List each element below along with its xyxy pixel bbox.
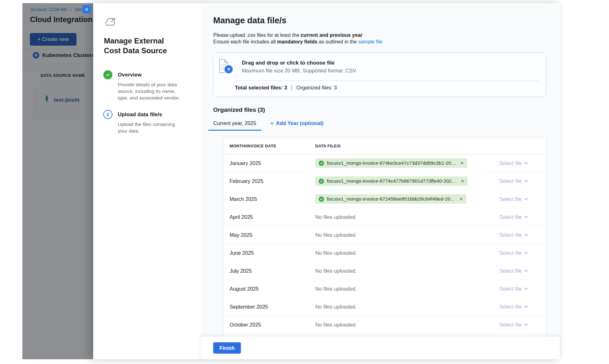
select-file-dropdown[interactable]: Select file — [499, 250, 528, 256]
select-file-label: Select file — [499, 250, 522, 256]
check-circle-icon — [319, 179, 324, 184]
divider — [292, 85, 292, 91]
month-label: August 2025 — [230, 286, 259, 292]
select-file-label: Select file — [499, 232, 522, 238]
select-file-label: Select file — [499, 196, 522, 202]
select-file-label: Select file — [499, 304, 522, 310]
select-file-dropdown[interactable]: Select file — [499, 322, 528, 328]
file-chip: focusv1_mongo-invoice-674be3ce47c73d37dd… — [315, 158, 467, 168]
chevron-down-icon — [524, 323, 528, 326]
empty-text: No files uploaded. — [315, 322, 357, 327]
step-overview-description: Provide details of your data source, inc… — [118, 81, 185, 101]
select-file-label: Select file — [499, 268, 522, 274]
table-row: September 2025 No files uploaded. Select… — [224, 298, 546, 316]
remove-file-icon[interactable]: ✕ — [459, 196, 463, 202]
upload-title: Manage data file/s — [213, 16, 546, 26]
select-file-dropdown[interactable]: Select file — [499, 286, 528, 292]
finish-button[interactable]: Finish — [213, 342, 241, 354]
step-overview-label: Overview — [118, 70, 185, 79]
data-file-column-header: DATA FILE/S — [315, 144, 473, 148]
sample-file-link[interactable]: sample file — [358, 39, 382, 44]
empty-text: No files uploaded. — [315, 232, 357, 238]
select-file-dropdown[interactable]: Select file — [499, 178, 528, 184]
tab-current-year[interactable]: Current year, 2025 — [208, 118, 261, 131]
upload-panel: Manage data file/s Please upload .csv fi… — [201, 3, 560, 359]
instruction-bold: current and previous year — [300, 32, 362, 38]
step-overview[interactable]: Overview Provide details of your data so… — [103, 70, 185, 101]
check-circle-icon — [319, 161, 324, 166]
remove-file-icon[interactable]: ✕ — [460, 161, 464, 166]
step-number-badge: 2 — [103, 110, 112, 119]
instruction-text: as outlined in the — [317, 39, 358, 44]
month-column-header: MONTH/INVOICE DATE — [224, 144, 315, 148]
chevron-down-icon — [524, 270, 528, 272]
table-header-row: MONTH/INVOICE DATE DATA FILE/S — [224, 138, 546, 154]
year-tabs: Current year, 2025 + Add Year (optional) — [208, 118, 546, 131]
table-row: October 2025 No files uploaded. Select f… — [224, 316, 546, 334]
file-chip-label: focusv1_mongo-invoice-674be3ce47c73d37dd… — [327, 160, 456, 166]
upload-arrow-icon — [224, 65, 233, 74]
divider — [235, 81, 539, 81]
add-year-button[interactable]: + Add Year (optional) — [270, 120, 324, 129]
table-row: August 2025 No files uploaded. Select fi… — [224, 280, 546, 298]
month-label: April 2025 — [230, 214, 253, 220]
step-upload-label: Upload data file/s — [118, 110, 185, 119]
app-window: Account: CCM-NG › Set Cloud Integration … — [22, 3, 560, 359]
cloud-export-icon — [105, 17, 117, 28]
month-label: October 2025 — [230, 322, 261, 327]
chevron-down-icon — [524, 162, 528, 165]
organized-files-heading: Organized files (3) — [213, 106, 546, 113]
select-file-label: Select file — [499, 160, 522, 166]
file-chip-label: focusv1_mongo-invoice-6774c477b667901d77… — [327, 178, 457, 184]
step-upload[interactable]: 2 Upload data file/s Upload the files co… — [103, 110, 185, 134]
table-row: January 2025 focusv1_mongo-invoice-674be… — [224, 154, 546, 172]
table-row: July 2025 No files uploaded. Select file — [224, 262, 546, 280]
step-complete-check-icon — [103, 70, 112, 79]
background-page: Account: CCM-NG › Set Cloud Integration … — [22, 3, 93, 359]
total-selected-files: Total selected files: 3 — [235, 85, 287, 91]
table-row: June 2025 No files uploaded. Select file — [224, 244, 546, 262]
dropzone-subtitle: Maximum file size 20 MB; Supported forma… — [242, 68, 356, 74]
select-file-label: Select file — [499, 214, 522, 220]
remove-file-icon[interactable]: ✕ — [461, 179, 464, 184]
select-file-dropdown[interactable]: Select file — [499, 160, 528, 166]
upload-instructions: Please upload .csv files for at least th… — [213, 32, 546, 45]
chevron-down-icon — [524, 180, 528, 183]
empty-text: No files uploaded. — [315, 286, 357, 292]
select-file-dropdown[interactable]: Select file — [499, 196, 528, 202]
empty-text: No files uploaded. — [315, 268, 357, 274]
drawer-footer: Finish — [201, 337, 560, 359]
modal-overlay — [22, 3, 93, 359]
file-dropzone[interactable]: Drag and drop or click to choose file Ma… — [213, 53, 546, 97]
wizard-title: Manage External Cost Data Source — [104, 36, 183, 55]
chevron-down-icon — [524, 234, 528, 236]
file-chip-label: focusv1_mongo-invoice-672456ee851bbb28c6… — [327, 196, 455, 202]
select-file-label: Select file — [499, 178, 522, 184]
select-file-dropdown[interactable]: Select file — [499, 232, 528, 238]
select-file-dropdown[interactable]: Select file — [499, 268, 528, 274]
month-label: September 2025 — [230, 304, 268, 310]
plus-icon: + — [270, 120, 274, 127]
month-label: February 2025 — [230, 178, 263, 184]
chevron-down-icon — [524, 216, 528, 219]
files-table-card: MONTH/INVOICE DATE DATA FILE/S January 2… — [224, 138, 546, 339]
select-file-dropdown[interactable]: Select file — [499, 214, 528, 220]
select-file-dropdown[interactable]: Select file — [499, 304, 528, 310]
month-label: May 2025 — [230, 232, 252, 238]
month-label: January 2025 — [230, 160, 261, 166]
add-year-label: Add Year (optional) — [276, 120, 323, 126]
file-chip: focusv1_mongo-invoice-6774c477b667901d77… — [315, 176, 468, 186]
table-row: February 2025 focusv1_mongo-invoice-6774… — [224, 172, 546, 190]
select-file-label: Select file — [499, 322, 522, 328]
chevron-down-icon — [524, 252, 528, 254]
check-circle-icon — [319, 196, 324, 202]
organized-files-count: Organized files: 3 — [296, 85, 337, 91]
chevron-down-icon — [524, 305, 528, 308]
month-label: July 2025 — [230, 268, 252, 274]
close-button[interactable]: ✕ — [82, 5, 91, 14]
month-rows: January 2025 focusv1_mongo-invoice-674be… — [224, 154, 546, 334]
table-row: March 2025 focusv1_mongo-invoice-672456e… — [224, 190, 546, 208]
instruction-bold: mandatory fields — [277, 39, 317, 44]
chevron-down-icon — [524, 198, 528, 201]
stepper-panel: Manage External Cost Data Source Overvie… — [93, 3, 201, 359]
